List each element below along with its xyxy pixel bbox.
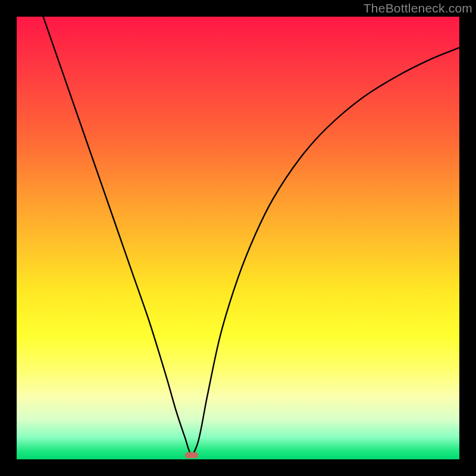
minimum-marker <box>185 452 198 458</box>
curve-path <box>43 17 459 455</box>
bottleneck-curve <box>17 17 459 459</box>
chart-plot-area <box>17 17 459 459</box>
chart-frame: TheBottleneck.com <box>0 0 476 476</box>
watermark-text: TheBottleneck.com <box>364 1 472 15</box>
